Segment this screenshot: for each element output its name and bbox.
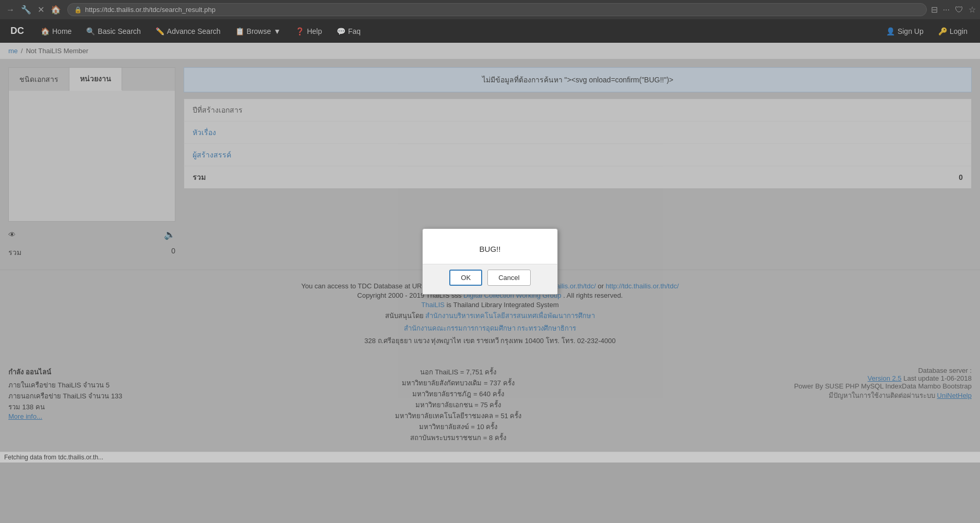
modal-message: BUG!! — [480, 245, 501, 253]
modal-overlay: BUG!! OK Cancel — [0, 0, 980, 463]
modal-cancel-button[interactable]: Cancel — [487, 270, 530, 286]
modal-footer: OK Cancel — [423, 264, 557, 294]
modal-ok-button[interactable]: OK — [449, 270, 482, 286]
modal-box: BUG!! OK Cancel — [422, 228, 558, 295]
modal-body: BUG!! — [423, 229, 557, 264]
